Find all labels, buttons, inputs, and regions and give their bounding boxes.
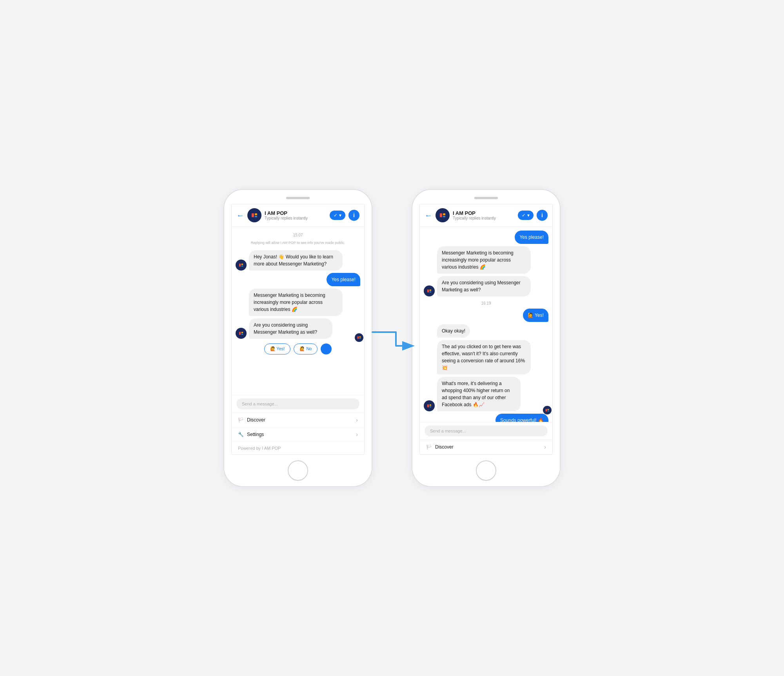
menu-settings-left: 🔧 Settings — [238, 432, 264, 437]
svg-rect-9 — [239, 332, 241, 334]
svg-rect-30 — [546, 409, 547, 411]
svg-rect-20 — [443, 216, 445, 217]
p2-message-3: Are you considering using Messenger Mark… — [437, 276, 531, 296]
selected-indicator — [321, 343, 332, 354]
phone-1-bottom-menu: 🏳️ Discover › 🔧 Settings › Powered by I … — [232, 413, 364, 454]
svg-rect-23 — [430, 289, 431, 291]
svg-rect-7 — [241, 265, 243, 266]
bot-avatar-4 — [236, 328, 247, 339]
back-button[interactable]: ← — [236, 211, 244, 220]
svg-rect-15 — [359, 338, 361, 339]
bot-avatar-p2-3 — [424, 285, 435, 296]
svg-rect-11 — [241, 334, 243, 334]
svg-rect-5 — [239, 263, 241, 266]
phone-1-home-button[interactable] — [288, 460, 308, 481]
p2-message-6: The ad you clicked on to get here was ef… — [437, 340, 531, 374]
phone-2-speaker — [474, 197, 498, 199]
svg-rect-12 — [356, 335, 362, 340]
svg-rect-4 — [238, 262, 244, 268]
user-avatar-overlay-2 — [543, 406, 552, 414]
p2-message-row-4: 🙋 Yes! — [424, 309, 548, 322]
svg-rect-18 — [440, 213, 442, 217]
discover-icon-2: 🏳️ — [426, 444, 432, 450]
discover-label-2: Discover — [435, 444, 454, 450]
header-actions-2: ✓ ▾ i — [518, 210, 548, 221]
message-4: Are you considering using Messenger Mark… — [249, 318, 332, 339]
menu-discover-left-2: 🏳️ Discover — [426, 444, 454, 450]
svg-rect-27 — [430, 404, 431, 406]
menu-item-discover[interactable]: 🏳️ Discover › — [232, 413, 364, 427]
phone-2-input-area: Send a message... — [420, 422, 552, 440]
discover-chevron-2: › — [544, 444, 546, 450]
discover-icon: 🏳️ — [238, 417, 244, 423]
info-button-2[interactable]: i — [537, 210, 548, 221]
message-1: Hey Jonas! 👋 Would you like to learn mor… — [249, 250, 343, 271]
check-icon: ✓ — [334, 213, 338, 218]
svg-rect-28 — [430, 406, 431, 407]
phone-2-home-button[interactable] — [476, 460, 496, 481]
phone-1-speaker — [286, 197, 310, 199]
phone-2-bottom-menu: 🏳️ Discover › — [420, 440, 552, 454]
svg-rect-29 — [544, 407, 550, 413]
p2-message-8: Sounds powerful! 🔥 — [495, 414, 548, 422]
phone-2-screen: ← I AM POP Typically replies instantly — [419, 204, 553, 455]
svg-rect-32 — [548, 411, 549, 411]
p2-message-1: Yes please! — [515, 231, 548, 244]
menu-item-settings[interactable]: 🔧 Settings › — [232, 427, 364, 442]
user-avatar-overlay — [355, 333, 363, 342]
message-input-2[interactable]: Send a message... — [425, 425, 548, 436]
settings-chevron: › — [356, 431, 358, 438]
svg-rect-31 — [548, 409, 549, 410]
svg-rect-17 — [438, 211, 447, 220]
brand-avatar — [247, 208, 261, 222]
brand-name: I AM POP — [265, 210, 327, 216]
svg-rect-14 — [359, 336, 361, 337]
discover-chevron: › — [356, 417, 358, 423]
verified-button[interactable]: ✓ ▾ — [330, 211, 345, 220]
timestamp-1: 15:07 — [236, 233, 360, 237]
svg-rect-3 — [255, 216, 257, 217]
message-row-3: Messenger Marketing is becoming increasi… — [236, 289, 360, 316]
quick-replies: 🙋 Yes! 🙋 No — [236, 343, 360, 354]
quick-reply-no[interactable]: 🙋 No — [294, 343, 318, 354]
header-info-2: I AM POP Typically replies instantly — [453, 210, 515, 220]
svg-rect-8 — [238, 330, 244, 336]
brand-avatar-2 — [436, 208, 450, 222]
p2-message-4: 🙋 Yes! — [523, 309, 548, 322]
check-icon-2: ✓ — [522, 213, 526, 218]
svg-rect-1 — [252, 213, 254, 217]
svg-rect-10 — [241, 332, 243, 333]
p2-message-row-5: Okay okay! — [424, 324, 548, 338]
svg-rect-25 — [426, 403, 432, 409]
p2-message-row-7: What's more, it's delivering a whopping … — [424, 377, 548, 411]
p2-message-7: What's more, it's delivering a whopping … — [437, 377, 521, 411]
brand-subtitle-2: Typically replies instantly — [453, 216, 515, 220]
p2-message-row-1: Yes please! — [424, 231, 548, 244]
svg-rect-6 — [241, 263, 243, 265]
svg-rect-0 — [250, 211, 259, 220]
phone-2: ← I AM POP Typically replies instantly — [412, 189, 561, 487]
dropdown-icon-2: ▾ — [527, 213, 530, 218]
message-input-1[interactable]: Send a message... — [236, 398, 359, 409]
p2-message-row-2: Messenger Marketing is becoming increasi… — [424, 246, 548, 274]
arrow-connector — [368, 314, 416, 362]
info-button[interactable]: i — [348, 210, 359, 221]
phone-1-chat-area: 15:07 Replying will allow I AM POP to se… — [232, 227, 364, 395]
p2-message-2: Messenger Marketing is becoming increasi… — [437, 246, 531, 274]
message-2: Yes please! — [327, 273, 360, 286]
quick-reply-yes[interactable]: 🙋 Yes! — [264, 343, 291, 354]
phone-1-screen: ← I AM POP Typically replies instantly — [231, 204, 365, 455]
bot-avatar-1 — [236, 260, 247, 271]
phone-2-header: ← I AM POP Typically replies instantly — [420, 204, 552, 227]
menu-item-discover-2[interactable]: 🏳️ Discover › — [420, 440, 552, 454]
svg-rect-2 — [255, 213, 257, 215]
back-button-2[interactable]: ← — [425, 211, 432, 220]
svg-rect-22 — [427, 289, 429, 292]
verified-button-2[interactable]: ✓ ▾ — [518, 211, 534, 220]
svg-rect-13 — [358, 336, 359, 338]
discover-label: Discover — [247, 417, 265, 423]
menu-discover-left: 🏳️ Discover — [238, 417, 265, 423]
p2-message-row-6: The ad you clicked on to get here was ef… — [424, 340, 548, 374]
brand-subtitle: Typically replies instantly — [265, 216, 327, 220]
header-actions: ✓ ▾ i — [330, 210, 359, 221]
